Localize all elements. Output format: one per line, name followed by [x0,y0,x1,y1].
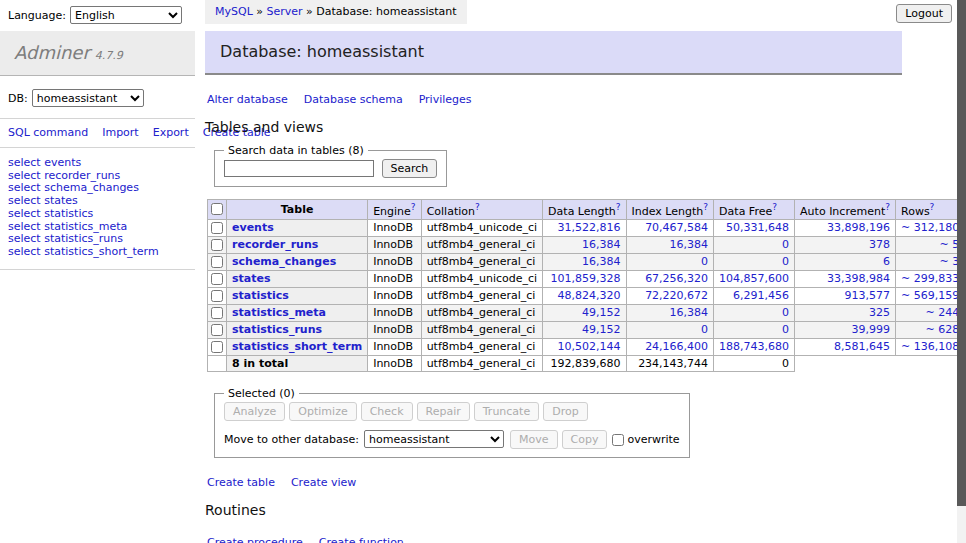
cell-data-free: 0 [714,236,795,253]
table-link-statistics[interactable]: statistics [232,289,289,302]
select-all-checkbox[interactable] [211,203,223,215]
cell-index-length: 67,256,320 [626,270,714,287]
table-link-statistics-short-term[interactable]: statistics_short_term [232,340,362,353]
cell-rows: ~ 244 [896,304,965,321]
selected-buttons: AnalyzeOptimizeCheckRepairTruncateDrop [224,402,680,421]
cell-table-name: statistics [227,287,368,304]
analyze-button[interactable]: Analyze [224,402,285,421]
cell-auto-increment: 33,898,196 [795,219,896,236]
table-body: eventsInnoDButf8mb4_unicode_ci31,522,816… [208,219,966,355]
row-checkbox-statistics-meta[interactable] [211,307,223,319]
db-select[interactable]: homeassistant [32,89,144,107]
tables-table: TableEngine?Collation?Data Length?Index … [207,199,966,372]
table-row-schema-changes: schema_changesInnoDButf8mb4_general_ci16… [208,253,966,270]
sidebar-item-select-states[interactable]: select states [8,195,187,208]
table-link-schema-changes[interactable]: schema_changes [232,255,336,268]
move-db-select[interactable]: homeassistant [364,430,504,448]
cell-rows: ~ 136,108 [896,338,965,355]
search-legend: Search data in tables (8) [224,144,368,157]
cell-data-length: 16,384 [543,236,626,253]
db-row: DB:homeassistant [8,89,195,107]
create-link-create-table[interactable]: Create table [207,476,275,489]
create-link-create-view[interactable]: Create view [291,476,356,489]
table-total-row: 8 in totalInnoDButf8mb4_general_ci192,83… [208,355,966,371]
main-content: MySQL » Server » Database: homeassistant… [205,0,902,543]
row-checkbox-statistics[interactable] [211,290,223,302]
search-fieldset: Search data in tables (8) Search [214,144,447,187]
total-engine: InnoDB [368,355,421,371]
cell-data-free: 50,331,648 [714,219,795,236]
row-checkbox-statistics-short-term[interactable] [211,341,223,353]
cell-table-name: statistics_short_term [227,338,368,355]
overwrite-checkbox[interactable] [612,434,624,446]
language-row: Language:English [0,0,195,24]
sidebar-action-export[interactable]: Export [153,126,189,139]
db-link-database-schema[interactable]: Database schema [304,93,403,106]
breadcrumb-item-mysql[interactable]: MySQL [215,5,253,18]
help-link[interactable]: ? [411,202,416,212]
table-link-events[interactable]: events [232,221,274,234]
optimize-button[interactable]: Optimize [289,402,356,421]
move-button[interactable]: Move [510,430,558,449]
table-link-statistics-meta[interactable]: statistics_meta [232,306,326,319]
cell-engine: InnoDB [368,253,421,270]
sidebar-item-select-events[interactable]: select events [8,157,187,170]
help-link[interactable]: ? [885,202,890,212]
routine-link-create-procedure[interactable]: Create procedure [207,536,303,543]
adminer-window: Language:English Adminer4.7.9 DB:homeass… [0,0,966,543]
table-link-recorder-runs[interactable]: recorder_runs [232,238,318,251]
col-header-data-free: Data Free? [714,200,795,220]
repair-button[interactable]: Repair [417,402,470,421]
help-link[interactable]: ? [616,202,621,212]
cell-collation: utf8mb4_general_ci [421,321,542,338]
divider [0,147,195,148]
truncate-button[interactable]: Truncate [474,402,539,421]
breadcrumb-item-server[interactable]: Server [267,5,303,18]
table-link-statistics-runs[interactable]: statistics_runs [232,323,322,336]
help-link[interactable]: ? [475,202,480,212]
cell-engine: InnoDB [368,321,421,338]
sidebar-item-select-statistics-short-term[interactable]: select statistics_short_term [8,246,187,259]
selected-legend: Selected (0) [224,387,299,400]
copy-button[interactable]: Copy [562,430,608,449]
row-checkbox-statistics-runs[interactable] [211,324,223,336]
search-input[interactable] [224,160,374,177]
check-button[interactable]: Check [361,402,413,421]
drop-button[interactable]: Drop [543,402,587,421]
table-header-row: TableEngine?Collation?Data Length?Index … [208,200,966,220]
row-checkbox-recorder-runs[interactable] [211,239,223,251]
help-link[interactable]: ? [930,202,935,212]
help-link[interactable]: ? [703,202,708,212]
cell-collation: utf8mb4_general_ci [421,287,542,304]
scrollbar-thumb[interactable] [957,0,966,506]
table-link-states[interactable]: states [232,272,271,285]
language-select[interactable]: English [70,6,182,24]
cell-index-length: 24,166,400 [626,338,714,355]
language-label: Language: [8,9,66,22]
cell-data-length: 101,859,328 [543,270,626,287]
cell-data-length: 48,824,320 [543,287,626,304]
divider [0,269,195,270]
sidebar-action-import[interactable]: Import [102,126,139,139]
cell-engine: InnoDB [368,270,421,287]
cell-data-free: 6,291,456 [714,287,795,304]
sidebar-item-select-statistics[interactable]: select statistics [8,208,187,221]
table-row-statistics-short-term: statistics_short_termInnoDButf8mb4_gener… [208,338,966,355]
search-button[interactable]: Search [382,159,438,178]
row-checkbox-events[interactable] [211,222,223,234]
help-link[interactable]: ? [772,202,777,212]
tables-section-title: Tables and views [205,119,902,135]
logout-button[interactable]: Logout [896,4,952,23]
col-header-rows: Rows? [896,200,965,220]
cell-data-free: 0 [714,304,795,321]
col-header-index-length: Index Length? [626,200,714,220]
cell-engine: InnoDB [368,338,421,355]
db-link-alter-database[interactable]: Alter database [207,93,288,106]
row-checkbox-states[interactable] [211,273,223,285]
db-link-privileges[interactable]: Privileges [419,93,472,106]
routine-link-create-function[interactable]: Create function [319,536,404,543]
row-checkbox-schema-changes[interactable] [211,256,223,268]
sidebar-action-sql-command[interactable]: SQL command [8,126,88,139]
total-data-length: 192,839,680 [543,355,626,371]
routines-section-title: Routines [205,502,902,518]
